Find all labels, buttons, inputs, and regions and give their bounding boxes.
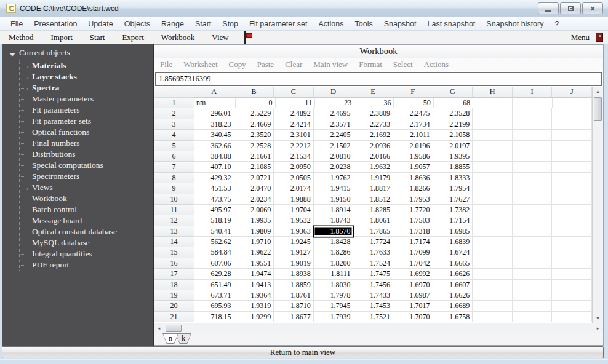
table-cell[interactable]: 1.8333 (433, 173, 473, 183)
table-cell[interactable]: 2.4669 (234, 119, 274, 130)
collapse-triangle-icon[interactable]: ◢ (9, 49, 16, 57)
expand-chevron-icon[interactable]: › (26, 85, 32, 91)
table-cell[interactable]: 673.71 (194, 290, 234, 301)
table-cell[interactable]: 1.7099 (393, 247, 433, 258)
table-cell[interactable]: 651.49 (194, 280, 234, 290)
column-header-D[interactable]: D (314, 87, 354, 98)
table-cell[interactable]: 36 (354, 98, 394, 108)
table-cell[interactable]: 2.0810 (314, 151, 354, 162)
table-cell[interactable]: 1.8817 (353, 183, 393, 194)
column-header-J[interactable]: J (552, 87, 592, 98)
table-cell[interactable]: 2.2733 (353, 119, 393, 130)
table-cell[interactable] (513, 269, 553, 279)
sidebar-item-spectra[interactable]: ›Spectra (20, 82, 153, 93)
sidebar-item-workbook[interactable]: Workbook (20, 193, 153, 204)
row-header-14[interactable]: 14 (154, 237, 194, 247)
menu-item--[interactable]: ? (549, 18, 564, 30)
row-header-1[interactable]: 1 (154, 98, 194, 108)
table-cell[interactable]: 1.8030 (314, 280, 354, 290)
scroll-right-icon[interactable]: ▸ (593, 323, 603, 333)
table-cell[interactable] (513, 215, 553, 226)
row-header-7[interactable]: 7 (154, 162, 194, 172)
table-cell[interactable]: 2.3809 (353, 108, 393, 119)
table-cell[interactable] (473, 162, 513, 172)
table-cell[interactable]: 1.7503 (393, 215, 433, 226)
row-header-2[interactable]: 2 (154, 108, 194, 119)
table-cell[interactable]: 2.1502 (314, 141, 354, 151)
table-cell[interactable] (552, 141, 592, 151)
workbook-menu-clear[interactable]: Clear (285, 60, 302, 69)
table-cell[interactable]: 1.8914 (314, 205, 354, 215)
table-cell[interactable]: 1.9150 (314, 194, 354, 205)
table-cell[interactable]: 1.7174 (393, 237, 433, 247)
column-header-H[interactable]: H (473, 87, 513, 98)
column-header-I[interactable]: I (513, 87, 553, 98)
table-cell[interactable]: 407.10 (194, 162, 234, 172)
table-cell[interactable] (513, 98, 552, 108)
table-cell[interactable] (552, 237, 592, 247)
table-cell[interactable]: 2.0936 (353, 141, 393, 151)
table-cell[interactable]: 2.0950 (274, 162, 314, 172)
table-cell[interactable]: 2.1734 (393, 119, 433, 130)
table-cell[interactable]: 1.7724 (353, 237, 393, 247)
expand-chevron-icon[interactable]: › (26, 184, 32, 191)
table-cell[interactable]: 1.9704 (274, 205, 314, 215)
table-cell[interactable]: 1.7954 (433, 183, 473, 194)
table-cell[interactable] (552, 173, 592, 183)
table-cell[interactable]: 1.9245 (274, 237, 314, 247)
sidebar-item-batch-control[interactable]: Batch control (20, 204, 153, 215)
menu-item-tools[interactable]: Tools (350, 18, 378, 30)
workbook-menu-copy[interactable]: Copy (229, 60, 246, 69)
table-cell[interactable] (552, 301, 592, 311)
table-cell[interactable]: 2.2405 (314, 130, 354, 140)
close-button[interactable]: × (582, 2, 603, 14)
sidebar-item-layer-stacks[interactable]: ›Layer stacks (20, 71, 153, 82)
table-cell[interactable]: 1.6758 (433, 312, 473, 322)
table-cell[interactable] (473, 205, 513, 215)
table-cell[interactable]: 2.0470 (234, 183, 274, 194)
table-cell[interactable]: 2.4214 (274, 119, 314, 130)
table-cell[interactable] (473, 194, 513, 205)
table-cell[interactable] (552, 183, 592, 194)
table-cell[interactable] (473, 98, 513, 108)
table-cell[interactable] (473, 290, 513, 301)
table-cell[interactable] (552, 162, 592, 172)
sidebar-item-distributions[interactable]: Distributions (20, 149, 153, 160)
table-cell[interactable]: 2.4695 (314, 108, 354, 119)
horizontal-scrollbar[interactable]: ◂ ▸ (154, 323, 603, 333)
table-cell[interactable]: 1.7978 (314, 290, 354, 301)
table-cell[interactable]: 2.0238 (314, 162, 354, 172)
table-cell[interactable] (473, 141, 513, 151)
sidebar-item-pdf-report[interactable]: PDF report (20, 259, 153, 271)
row-header-16[interactable]: 16 (154, 258, 194, 269)
exit-door-icon[interactable] (596, 33, 603, 42)
table-cell[interactable]: 451.53 (194, 183, 234, 194)
table-cell[interactable]: 2.1058 (433, 130, 473, 140)
column-header-C[interactable]: C (274, 87, 314, 98)
table-cell[interactable] (473, 237, 513, 247)
table-cell[interactable]: 1.7627 (433, 194, 473, 205)
menu-item-start[interactable]: Start (190, 18, 217, 30)
table-cell[interactable] (473, 108, 513, 119)
table-cell[interactable]: 50 (394, 98, 433, 108)
table-cell[interactable]: 1.9632 (353, 162, 393, 172)
table-cell[interactable] (552, 247, 592, 258)
table-cell[interactable]: 1.9019 (274, 258, 314, 269)
table-cell[interactable] (473, 226, 513, 237)
table-cell[interactable] (473, 173, 513, 183)
table-cell[interactable]: 1.8677 (274, 312, 314, 322)
table-cell[interactable] (513, 119, 553, 130)
expand-chevron-icon[interactable]: › (26, 63, 32, 69)
table-cell[interactable]: 68 (434, 98, 473, 108)
table-cell[interactable]: 1.8200 (314, 258, 354, 269)
table-cell[interactable]: 11 (276, 98, 315, 108)
table-cell[interactable]: 2.0197 (433, 141, 473, 151)
table-cell[interactable]: 1.9127 (274, 247, 314, 258)
table-cell[interactable]: 2.0174 (274, 183, 314, 194)
table-cell[interactable]: 1.9057 (393, 162, 433, 172)
vertical-scrollbar[interactable]: ▲ ▼ (592, 87, 603, 323)
table-cell[interactable] (552, 108, 592, 119)
row-header-15[interactable]: 15 (154, 247, 194, 258)
row-header-11[interactable]: 11 (154, 205, 194, 215)
scroll-down-icon[interactable]: ▼ (593, 314, 603, 323)
